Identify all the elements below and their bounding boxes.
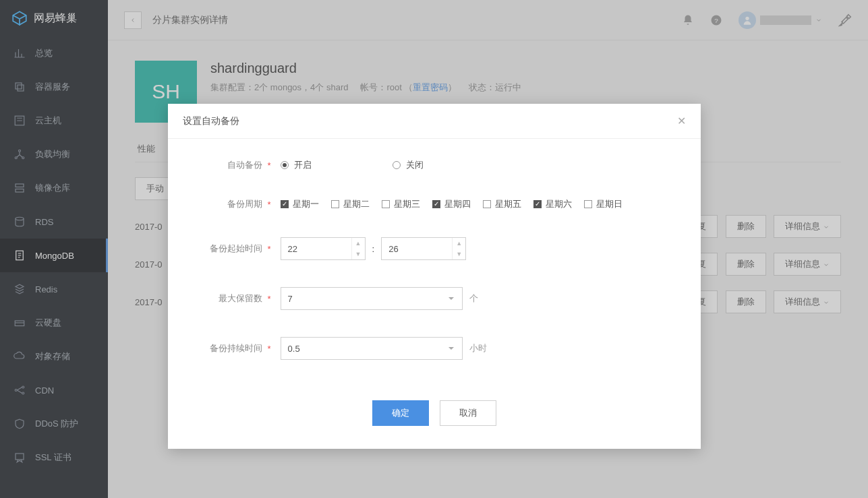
radio-on[interactable]: 开启 <box>281 159 312 171</box>
up-arrow-icon[interactable]: ▲ <box>352 238 365 249</box>
check-icon: ✓ <box>281 200 289 208</box>
retain-label: 最大保留数 <box>202 292 262 305</box>
duration-label: 备份持续时间 <box>202 342 262 354</box>
radio-icon <box>281 161 289 169</box>
duration-unit: 小时 <box>469 342 487 354</box>
cancel-button[interactable]: 取消 <box>440 400 496 426</box>
check-icon <box>331 200 339 208</box>
time-separator: : <box>372 244 375 254</box>
down-arrow-icon[interactable]: ▼ <box>352 249 365 259</box>
checkbox-day-4[interactable]: 星期五 <box>483 198 521 210</box>
day-label: 星期六 <box>546 198 572 210</box>
check-icon <box>483 200 491 208</box>
check-icon: ✓ <box>432 200 440 208</box>
radio-off[interactable]: 关闭 <box>393 159 424 171</box>
radio-off-label: 关闭 <box>406 159 424 171</box>
start-time-label: 备份起始时间 <box>202 243 262 255</box>
cycle-label: 备份周期 <box>202 198 262 210</box>
checkbox-day-5[interactable]: ✓星期六 <box>533 198 572 210</box>
day-label: 星期日 <box>596 198 623 210</box>
check-icon: ✓ <box>533 200 542 208</box>
modal-overlay: 设置自动备份 ✕ 自动备份* 开启 关闭 备份周期* <box>0 0 868 498</box>
day-label: 星期五 <box>495 198 521 210</box>
radio-on-label: 开启 <box>294 159 312 171</box>
modal-title: 设置自动备份 <box>183 115 239 127</box>
down-arrow-icon[interactable]: ▼ <box>453 249 465 259</box>
up-arrow-icon[interactable]: ▲ <box>453 238 465 249</box>
retain-unit: 个 <box>469 292 478 305</box>
hour-input[interactable]: 22 ▲▼ <box>281 237 366 260</box>
retain-select[interactable]: 7 <box>281 287 463 310</box>
day-label: 星期二 <box>343 198 370 210</box>
minute-value: 26 <box>388 244 398 254</box>
duration-select[interactable]: 0.5 <box>281 337 463 360</box>
close-icon[interactable]: ✕ <box>677 115 686 127</box>
day-label: 星期三 <box>394 198 420 210</box>
radio-icon <box>393 161 401 169</box>
hour-value: 22 <box>288 244 297 254</box>
minute-input[interactable]: 26 ▲▼ <box>381 237 466 260</box>
checkbox-day-1[interactable]: 星期二 <box>331 198 370 210</box>
day-label: 星期一 <box>293 198 319 210</box>
checkbox-day-2[interactable]: 星期三 <box>382 198 420 210</box>
check-icon <box>584 200 592 208</box>
checkbox-day-6[interactable]: 星期日 <box>584 198 623 210</box>
duration-value: 0.5 <box>288 344 300 354</box>
day-label: 星期四 <box>444 198 471 210</box>
check-icon <box>382 200 390 208</box>
retain-value: 7 <box>288 294 293 304</box>
auto-backup-modal: 设置自动备份 ✕ 自动备份* 开启 关闭 备份周期* <box>168 104 701 449</box>
checkbox-day-0[interactable]: ✓星期一 <box>281 198 319 210</box>
confirm-button[interactable]: 确定 <box>372 400 429 426</box>
checkbox-day-3[interactable]: ✓星期四 <box>432 198 471 210</box>
auto-backup-label: 自动备份 <box>202 159 262 171</box>
